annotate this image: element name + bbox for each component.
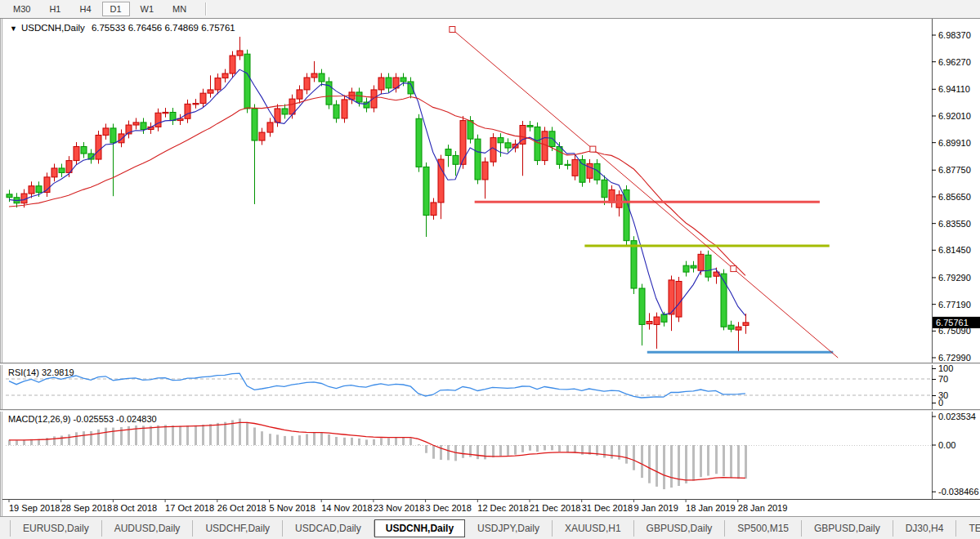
time-axis: 19 Sep 201828 Sep 20188 Oct 201817 Oct 2… [0, 499, 980, 516]
macd-label: MACD(12,26,9) -0.025553 -0.024830 [8, 414, 157, 424]
svg-text:6.94110: 6.94110 [938, 84, 970, 94]
timeframe-toolbar: M30H1H4D1W1MN [0, 0, 980, 19]
chart-tab-gbpusd-daily[interactable]: GBPUSD,Daily [634, 520, 726, 537]
chart-tab-gbpusd-daily[interactable]: GBPUSD,Daily [802, 520, 893, 537]
chart-tab-usdcad-daily[interactable]: USDCAD,Daily [283, 520, 374, 537]
toolbar-separator [205, 2, 207, 16]
timeframe-button-h4[interactable]: H4 [71, 2, 99, 16]
chart-tab-xauusd-h1[interactable]: XAUUSD,H1 [553, 520, 634, 537]
svg-text:6.83550: 6.83550 [938, 219, 971, 229]
svg-text:14 Nov 2018: 14 Nov 2018 [321, 503, 372, 513]
chart-tab-eurusd-daily[interactable]: EURUSD,Daily [10, 520, 102, 537]
svg-text:26 Oct 2018: 26 Oct 2018 [217, 503, 266, 513]
macd-canvas[interactable]: 0.0235340.00-0.038466 [2, 412, 980, 499]
svg-text:23 Nov 2018: 23 Nov 2018 [374, 503, 424, 513]
timeframe-button-m30[interactable]: M30 [5, 2, 38, 16]
timeframe-button-w1[interactable]: W1 [132, 2, 163, 16]
chart-tab-tech100-h1[interactable]: TECH100,H1 [956, 520, 980, 537]
svg-text:8 Oct 2018: 8 Oct 2018 [113, 503, 157, 513]
svg-text:6.85650: 6.85650 [938, 192, 971, 202]
timeframe-button-h1[interactable]: H1 [41, 2, 69, 16]
time-axis-canvas: 19 Sep 201828 Sep 20188 Oct 201817 Oct 2… [2, 499, 980, 516]
svg-text:18 Jan 2019: 18 Jan 2019 [686, 503, 736, 513]
chart-ohlc-values: 6.75533 6.76456 6.74869 6.75761 [92, 23, 235, 33]
chart-tab-usdcnh-daily[interactable]: USDCNH,Daily [374, 519, 465, 537]
chart-tab-audusd-daily[interactable]: AUDUSD,Daily [102, 520, 194, 537]
svg-text:6.87750: 6.87750 [938, 165, 971, 175]
svg-text:0.00: 0.00 [938, 440, 955, 450]
svg-text:9 Jan 2019: 9 Jan 2019 [633, 503, 678, 513]
svg-text:28 Sep 2018: 28 Sep 2018 [61, 503, 112, 513]
svg-text:6.79290: 6.79290 [938, 273, 971, 283]
svg-text:3 Dec 2018: 3 Dec 2018 [426, 503, 472, 513]
symbol-dropdown-icon[interactable]: ▼ [10, 24, 17, 33]
svg-text:21 Dec 2018: 21 Dec 2018 [530, 503, 580, 513]
timeframe-button-d1[interactable]: D1 [102, 2, 130, 16]
rsi-label: RSI(14) 32.9819 [8, 368, 74, 377]
svg-text:5 Nov 2018: 5 Nov 2018 [270, 503, 315, 513]
svg-text:6.89910: 6.89910 [938, 138, 971, 148]
rsi-canvas[interactable]: 10070300 [2, 365, 980, 409]
svg-text:12 Dec 2018: 12 Dec 2018 [477, 503, 528, 513]
chart-title: ▼USDCNH,Daily6.75533 6.76456 6.74869 6.7… [10, 23, 235, 33]
svg-text:6.72990: 6.72990 [938, 353, 971, 363]
chart-symbol-label: USDCNH,Daily [21, 23, 85, 33]
price-chart-canvas[interactable]: 6.983706.962706.941106.920106.899106.877… [2, 19, 980, 363]
trendline-handle [731, 266, 736, 272]
chart-tab-usdchf-daily[interactable]: USDCHF,Daily [193, 520, 283, 537]
chart-tab-usdjpy-daily[interactable]: USDJPY,Daily [465, 520, 553, 537]
svg-text:6.81450: 6.81450 [938, 245, 971, 255]
rsi-pane[interactable]: 10070300 RSI(14) 32.9819 [0, 365, 980, 409]
trendline-handle [590, 146, 596, 152]
chart-tab-bar: EURUSD,DailyAUDUSD,DailyUSDCHF,DailyUSDC… [0, 516, 980, 539]
chart-tab-dj30-h4[interactable]: DJ30,H4 [893, 520, 957, 537]
svg-text:6.77190: 6.77190 [938, 300, 971, 310]
svg-text:0.023534: 0.023534 [938, 412, 976, 421]
svg-text:6.98370: 6.98370 [938, 30, 971, 40]
trendline-handle [450, 26, 455, 32]
svg-text:0: 0 [938, 398, 943, 408]
svg-text:17 Oct 2018: 17 Oct 2018 [165, 503, 214, 513]
main-chart-pane[interactable]: 6.983706.962706.941106.920106.899106.877… [0, 19, 980, 363]
svg-text:6.75761: 6.75761 [936, 318, 969, 327]
timeframe-button-mn[interactable]: MN [164, 2, 195, 16]
svg-text:6.96270: 6.96270 [938, 57, 971, 67]
svg-text:70: 70 [938, 374, 948, 384]
svg-text:19 Sep 2018: 19 Sep 2018 [9, 503, 60, 513]
svg-text:-0.038466: -0.038466 [938, 487, 979, 497]
svg-text:6.92010: 6.92010 [938, 111, 971, 121]
svg-text:28 Jan 2019: 28 Jan 2019 [738, 503, 788, 513]
svg-text:31 Dec 2018: 31 Dec 2018 [582, 503, 633, 513]
chart-tab-sp500-m15[interactable]: SP500,M15 [725, 520, 802, 537]
macd-pane[interactable]: 0.0235340.00-0.038466 MACD(12,26,9) -0.0… [0, 412, 980, 499]
svg-text:100: 100 [938, 365, 953, 373]
